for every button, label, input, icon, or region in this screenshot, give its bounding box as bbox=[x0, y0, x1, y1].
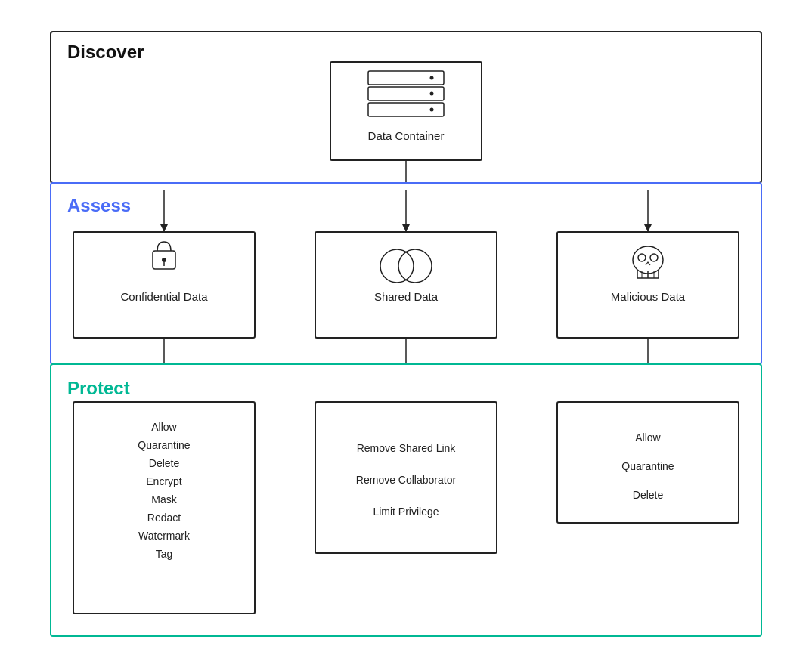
svg-rect-17 bbox=[73, 232, 255, 338]
confidential-data-label: Confidential Data bbox=[120, 290, 208, 303]
protect-mask: Mask bbox=[151, 493, 177, 506]
svg-point-5 bbox=[430, 76, 434, 80]
protect-malicious-quarantine: Quarantine bbox=[621, 460, 674, 472]
protect-remove-collaborator: Remove Collaborator bbox=[356, 474, 457, 486]
svg-rect-24 bbox=[557, 232, 739, 338]
protect-encrypt: Encrypt bbox=[146, 475, 182, 487]
protect-limit-privilege: Limit Privilege bbox=[373, 506, 439, 518]
svg-point-19 bbox=[162, 258, 166, 262]
assess-label: Assess bbox=[67, 195, 131, 215]
protect-malicious-delete: Delete bbox=[633, 489, 664, 501]
protect-remove-link: Remove Shared Link bbox=[357, 442, 457, 454]
protect-label: Protect bbox=[67, 378, 130, 398]
malicious-data-label: Malicious Data bbox=[611, 290, 686, 303]
svg-point-6 bbox=[430, 92, 434, 96]
svg-rect-1 bbox=[330, 62, 482, 160]
protect-watermark: Watermark bbox=[138, 530, 191, 542]
protect-tag: Tag bbox=[156, 548, 173, 560]
protect-delete: Delete bbox=[149, 457, 180, 469]
main-diagram: Discover Data Container Assess bbox=[36, 17, 776, 651]
shared-data-label: Shared Data bbox=[374, 290, 439, 303]
discover-label: Discover bbox=[67, 42, 144, 62]
svg-point-7 bbox=[430, 108, 434, 112]
protect-allow: Allow bbox=[151, 421, 177, 433]
protect-redact: Redact bbox=[147, 512, 181, 524]
protect-malicious-allow: Allow bbox=[635, 431, 661, 444]
data-container-label: Data Container bbox=[368, 129, 445, 142]
svg-rect-21 bbox=[315, 232, 497, 338]
protect-quarantine: Quarantine bbox=[138, 439, 190, 451]
svg-rect-38 bbox=[73, 402, 255, 614]
diagram-wrapper: Discover Data Container Assess bbox=[36, 17, 776, 654]
